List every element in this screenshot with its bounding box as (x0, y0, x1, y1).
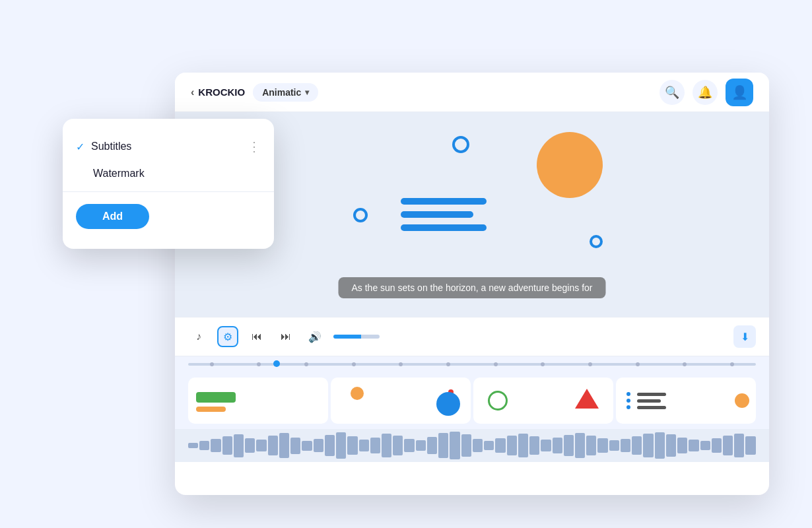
thumb4-orange-circle (735, 393, 749, 408)
thumb4-line (637, 393, 666, 396)
volume-button[interactable]: 🔊 (304, 326, 325, 347)
waveform-bar (575, 433, 585, 458)
thumb4-line (637, 399, 661, 403)
notification-button[interactable]: 🔔 (693, 80, 718, 105)
back-button[interactable]: ‹ KROCKIO (191, 86, 245, 98)
timeline-dot (730, 362, 734, 366)
waveform-bar (553, 438, 562, 453)
thumb1-orange-shape (196, 407, 226, 412)
skip-back-button[interactable]: ⏮ (246, 326, 267, 347)
waveform-bar (621, 439, 630, 452)
waveform-bar (393, 436, 403, 455)
waveform-bar (347, 436, 357, 455)
thumb4-line (637, 406, 666, 409)
waveform-bar (745, 436, 755, 455)
thumb3-red-triangle (575, 389, 599, 409)
waveform-bar (597, 438, 607, 453)
waveform-bar (404, 439, 414, 452)
waveform-bar (314, 439, 323, 452)
waveform-bar (199, 441, 209, 450)
navbar: ‹ KROCKIO Animatic ▾ 🔍 🔔 👤 (175, 73, 769, 112)
waveform-bar (245, 438, 255, 453)
waveform-bar (290, 438, 300, 454)
subtitles-option[interactable]: ✓ Subtitles ⋮ (63, 132, 274, 161)
timeline-track[interactable] (188, 363, 756, 366)
project-name: KROCKIO (198, 86, 245, 98)
waveform-bar (677, 438, 687, 453)
popup-divider (63, 191, 274, 192)
waveform-bar (586, 436, 596, 455)
waveform-bar (712, 438, 722, 453)
waveform-bar (450, 432, 459, 459)
timeline-dot (588, 362, 592, 366)
play-button[interactable]: ⏭ (275, 326, 296, 347)
play-icon: ⏭ (281, 331, 291, 343)
thumb3-green-circle (488, 391, 508, 411)
lines-shape (401, 198, 487, 231)
download-button[interactable]: ⬇ (733, 325, 756, 348)
controls-bar: ♪ ⚙ ⏮ ⏭ 🔊 ⬇ (175, 317, 769, 356)
volume-slider[interactable] (333, 335, 380, 339)
add-row: Add (63, 197, 274, 236)
waveform-bar (438, 433, 448, 458)
chevron-down-icon: ▾ (305, 88, 309, 97)
avatar[interactable]: 👤 (726, 79, 753, 106)
waveform-bar (518, 434, 528, 457)
waveform-bar (416, 440, 426, 451)
music-button[interactable]: ♪ (188, 326, 209, 347)
waveform-bar (473, 439, 483, 452)
watermark-option[interactable]: Watermark (63, 161, 274, 186)
thumbnail-2[interactable] (331, 378, 471, 424)
waveform-bar (256, 440, 266, 451)
thumbnail-3[interactable] (473, 378, 613, 424)
thumb4-dot (626, 399, 630, 403)
thumb4-dots (626, 392, 630, 409)
back-chevron-icon: ‹ (191, 86, 194, 98)
avatar-icon: 👤 (731, 84, 748, 100)
popup-card: ✓ Subtitles ⋮ Watermark Add (63, 119, 274, 249)
add-button[interactable]: Add (76, 204, 149, 229)
waveform-bar (632, 436, 642, 455)
thumbnail-1[interactable] (188, 378, 328, 424)
waveform-bar (529, 436, 539, 455)
waveform-bar (359, 440, 369, 451)
waveform-bar (370, 438, 380, 453)
waveform-bar (700, 441, 710, 450)
waveform-bar (211, 439, 220, 452)
bell-icon: 🔔 (698, 85, 712, 100)
waveform-bar (689, 440, 698, 451)
more-options-icon[interactable]: ⋮ (248, 139, 261, 154)
check-icon: ✓ (76, 141, 85, 153)
search-button[interactable]: 🔍 (660, 80, 685, 105)
thumbnail-4[interactable] (616, 378, 756, 424)
waveform-bar (655, 432, 665, 459)
timeline-dot (210, 362, 214, 366)
volume-icon: 🔊 (308, 331, 321, 343)
waveform-bar (279, 433, 289, 458)
thumbnail-strip (175, 372, 769, 429)
waveform-bar (643, 434, 653, 457)
waveform-bar (427, 437, 437, 454)
waveform-bar (564, 435, 574, 456)
waveform-bar (484, 441, 494, 450)
watermark-label: Watermark (93, 168, 145, 180)
thumb4-dot (626, 392, 630, 396)
line-2 (401, 211, 473, 218)
waveform-bar (222, 436, 232, 455)
project-dropdown[interactable]: Animatic ▾ (253, 83, 318, 102)
waveform-bar (234, 434, 244, 457)
thumb4-lines (637, 393, 666, 409)
subtitles-label: Subtitles (91, 141, 131, 152)
waveform-bar (666, 434, 676, 457)
waveform-bar (336, 432, 346, 459)
music-icon: ♪ (196, 331, 201, 343)
waveform-bar (507, 436, 517, 455)
timeline-dot (683, 362, 687, 366)
timeline-dot (399, 362, 403, 366)
waveform-bar (325, 435, 335, 456)
subtitle-text: As the sun sets on the horizon, a new ad… (338, 277, 605, 298)
circle-left-shape (353, 208, 368, 222)
timeline[interactable] (175, 356, 769, 372)
thumb2-orange-circle (351, 387, 364, 400)
settings-button[interactable]: ⚙ (217, 326, 238, 347)
